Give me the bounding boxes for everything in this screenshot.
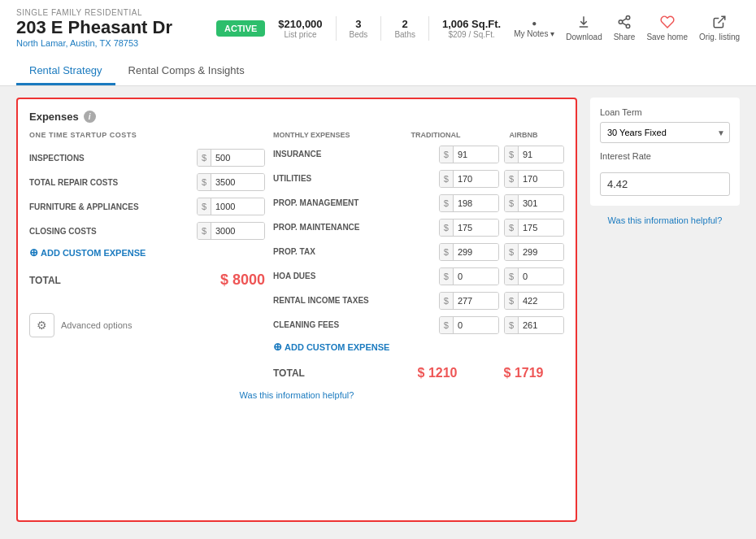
add-custom-right-label: ADD CUSTOM EXPENSE — [285, 342, 389, 352]
expenses-panel: Expenses i ONE TIME STARTUP COSTS INSPEC… — [16, 98, 577, 522]
header-actions: ● My Notes ▾ Download Share — [514, 15, 740, 41]
insurance-airbnb-input[interactable] — [519, 146, 563, 163]
furniture-input[interactable] — [211, 198, 264, 215]
save-home-label: Save home — [646, 33, 688, 41]
prop-management-inputs: $ $ — [439, 194, 564, 212]
inspections-input[interactable] — [211, 150, 264, 166]
prop-maintenance-trad-input[interactable] — [454, 220, 498, 236]
hoa-dues-trad-prefix: $ — [440, 268, 454, 285]
prop-tax-trad-input[interactable] — [454, 244, 498, 260]
monthly-total-trad: $ 1210 — [397, 366, 478, 380]
prop-management-airbnb-input[interactable] — [519, 195, 563, 211]
tab-rental-comps[interactable]: Rental Comps & Insights — [115, 58, 258, 85]
advanced-options-row: ⚙ Advanced options — [29, 313, 265, 337]
prop-management-trad-input[interactable] — [454, 195, 498, 211]
external-link-icon — [712, 15, 727, 31]
monthly-totals: $ 1210 $ 1719 — [397, 366, 564, 380]
expenses-columns: ONE TIME STARTUP COSTS INSPECTIONS $ TOT… — [29, 131, 564, 380]
prop-tax-trad-prefix: $ — [440, 244, 454, 260]
one-time-costs-column: ONE TIME STARTUP COSTS INSPECTIONS $ TOT… — [29, 131, 265, 380]
cleaning-fees-airbnb-group: $ — [504, 316, 564, 334]
download-label: Download — [566, 33, 602, 41]
stat-baths: 2 Baths — [394, 18, 415, 39]
sidebar-helpful-link[interactable]: Was this information helpful? — [590, 215, 740, 225]
stat-baths-label: Baths — [394, 30, 415, 39]
monthly-section-label: MONTHLY EXPENSES — [273, 131, 389, 139]
monthly-total-label: TOTAL — [273, 367, 305, 379]
prop-management-airbnb-group: $ — [504, 194, 564, 212]
prop-tax-trad-group: $ — [439, 243, 499, 261]
insurance-label: INSURANCE — [273, 150, 434, 159]
stat-list-price: $210,000 List price — [278, 18, 322, 39]
prop-tax-airbnb-input[interactable] — [519, 244, 563, 260]
one-time-total-label: TOTAL — [29, 275, 61, 286]
inspections-input-group: $ — [197, 149, 265, 167]
orig-listing-button[interactable]: Orig. listing — [699, 15, 740, 41]
orig-listing-label: Orig. listing — [699, 33, 740, 41]
hoa-dues-trad-input[interactable] — [454, 268, 498, 285]
my-notes-button[interactable]: ● My Notes ▾ — [514, 19, 554, 38]
prop-tax-airbnb-group: $ — [504, 243, 564, 261]
utilities-trad-group: $ — [439, 170, 499, 188]
hoa-dues-label: HOA DUES — [273, 272, 434, 281]
closing-costs-prefix: $ — [198, 223, 211, 239]
monthly-header: MONTHLY EXPENSES TRADITIONAL AIRBNB — [273, 131, 564, 139]
header-stats: $210,000 List price 3 Beds 2 Baths 1,006… — [278, 16, 501, 41]
insurance-inputs: $ $ — [439, 146, 564, 163]
download-button[interactable]: Download — [566, 15, 602, 41]
tab-rental-strategy[interactable]: Rental Strategy — [16, 58, 115, 85]
interest-rate-label: Interest Rate — [600, 151, 730, 161]
add-custom-left-button[interactable]: ⊕ ADD CUSTOM EXPENSE — [29, 246, 265, 259]
divider — [380, 16, 381, 41]
furniture-prefix: $ — [198, 198, 211, 215]
hoa-dues-airbnb-input[interactable] — [519, 268, 563, 285]
insurance-row: INSURANCE $ $ — [273, 146, 564, 163]
add-custom-left-label: ADD CUSTOM EXPENSE — [41, 248, 146, 258]
cleaning-fees-airbnb-input[interactable] — [519, 317, 563, 333]
interest-rate-input[interactable] — [600, 172, 730, 196]
monthly-expenses-column: MONTHLY EXPENSES TRADITIONAL AIRBNB INSU… — [273, 131, 564, 380]
hoa-dues-inputs: $ $ — [439, 267, 564, 285]
inspections-label: INSPECTIONS — [29, 154, 192, 163]
prop-management-row: PROP. MANAGEMENT $ $ — [273, 194, 564, 212]
prop-management-trad-prefix: $ — [440, 195, 454, 211]
repair-costs-input[interactable] — [211, 174, 264, 190]
utilities-trad-prefix: $ — [440, 171, 454, 187]
property-address: North Lamar, Austin, TX 78753 — [16, 38, 203, 48]
rental-income-taxes-airbnb-group: $ — [504, 292, 564, 310]
utilities-airbnb-prefix: $ — [505, 171, 519, 187]
rental-income-taxes-trad-input[interactable] — [454, 293, 498, 309]
prop-tax-inputs: $ $ — [439, 243, 564, 261]
stat-list-price-value: $210,000 — [278, 18, 322, 30]
hoa-dues-airbnb-group: $ — [504, 267, 564, 285]
insurance-trad-input[interactable] — [454, 146, 498, 163]
insurance-airbnb-group: $ — [504, 146, 564, 163]
save-home-button[interactable]: Save home — [646, 15, 688, 41]
cleaning-fees-airbnb-prefix: $ — [505, 317, 519, 333]
hoa-dues-row: HOA DUES $ $ — [273, 267, 564, 285]
one-time-section-header: ONE TIME STARTUP COSTS — [29, 131, 265, 142]
utilities-inputs: $ $ — [439, 170, 564, 188]
property-info: SINGLE FAMILY RESIDENTIAL 203 E Pheasant… — [16, 8, 203, 48]
info-icon[interactable]: i — [84, 111, 96, 123]
add-custom-right-button[interactable]: ⊕ ADD CUSTOM EXPENSE — [273, 341, 564, 353]
prop-maintenance-airbnb-input[interactable] — [519, 220, 563, 236]
utilities-trad-input[interactable] — [454, 171, 498, 187]
share-button[interactable]: Share — [614, 15, 636, 41]
utilities-label: UTILITIES — [273, 174, 434, 184]
closing-costs-input[interactable] — [211, 223, 264, 239]
gear-button[interactable]: ⚙ — [29, 313, 54, 337]
share-label: Share — [614, 33, 636, 41]
divider — [428, 16, 429, 41]
cleaning-fees-trad-input[interactable] — [454, 317, 498, 333]
loan-term-select[interactable]: 10 Years Fixed 15 Years Fixed 20 Years F… — [600, 122, 730, 143]
stat-beds: 3 Beds — [350, 18, 368, 39]
utilities-airbnb-input[interactable] — [519, 171, 563, 187]
svg-line-3 — [622, 23, 626, 25]
prop-maintenance-trad-group: $ — [439, 219, 499, 237]
plus-circle-icon: ⊕ — [29, 246, 38, 259]
notes-icon: ● — [532, 19, 537, 28]
one-time-total-value: $ 8000 — [220, 272, 265, 289]
rental-income-taxes-airbnb-input[interactable] — [519, 293, 563, 309]
helpful-bottom-link[interactable]: Was this information helpful? — [29, 390, 564, 400]
